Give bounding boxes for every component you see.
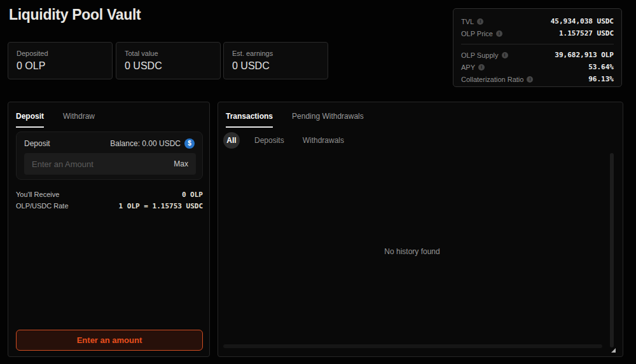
rate-row: OLP/USDC Rate 1 OLP = 1.15753 USDC — [16, 200, 203, 212]
max-button[interactable]: Max — [166, 159, 196, 168]
stat-value-collaterization: 96.13% — [588, 75, 614, 83]
vertical-scrollbar[interactable] — [610, 153, 614, 347]
deposit-input-box: Deposit Balance: 0.00 USDC Max — [16, 131, 203, 180]
card-label: Total value — [125, 50, 212, 57]
stat-value-olp-price: 1.157527 USDC — [559, 29, 614, 37]
receive-label: You'll Receive — [16, 191, 59, 198]
amount-input-wrap: Max — [24, 153, 196, 175]
balance-wrap: Balance: 0.00 USDC — [110, 138, 195, 149]
stat-row-collaterization: Collaterization Ratio 96.13% — [461, 73, 614, 85]
card-label: Deposited — [17, 50, 104, 57]
stat-label-collaterization: Collaterization Ratio — [461, 76, 533, 83]
stats-divider — [461, 44, 614, 44]
card-value: 0 USDC — [125, 60, 212, 72]
info-icon[interactable] — [527, 76, 533, 83]
stat-label-olp-supply: OLP Supply — [461, 51, 508, 59]
deposit-box-label: Deposit — [24, 139, 50, 148]
deposit-tab-row: Deposit Withdraw — [16, 111, 202, 128]
stat-label-apy: APY — [461, 64, 485, 71]
filter-all[interactable]: All — [223, 132, 240, 149]
tab-pending-withdrawals[interactable]: Pending Withdrawals — [292, 111, 364, 128]
deposit-box-head: Deposit Balance: 0.00 USDC — [24, 138, 195, 149]
usdc-token-icon — [184, 138, 195, 149]
stat-label-text: OLP Supply — [461, 51, 499, 59]
deposit-panel: Deposit Withdraw Deposit Balance: 0.00 U… — [8, 102, 210, 357]
stat-row-tvl: TVL 45,934,038 USDC — [461, 15, 614, 27]
card-value: 0 OLP — [17, 60, 104, 72]
stat-value-tvl: 45,934,038 USDC — [551, 17, 614, 25]
filter-deposits[interactable]: Deposits — [251, 136, 288, 145]
tx-tab-row: Transactions Pending Withdrawals — [226, 111, 615, 128]
stat-label-olp-price: OLP Price — [461, 30, 502, 37]
card-deposited: Deposited 0 OLP — [8, 42, 113, 79]
resize-grip-icon[interactable] — [611, 348, 616, 353]
stat-row-apy: APY 53.64% — [461, 61, 614, 73]
info-icon[interactable] — [502, 52, 508, 58]
page-title: Liquidity Pool Vault — [9, 6, 141, 24]
transactions-panel: Transactions Pending Withdrawals All Dep… — [218, 102, 623, 357]
tab-withdraw[interactable]: Withdraw — [63, 111, 95, 128]
stat-row-olp-price: OLP Price 1.157527 USDC — [461, 27, 614, 39]
vault-stats-panel: TVL 45,934,038 USDC OLP Price 1.157527 U… — [453, 8, 622, 87]
stat-label-text: TVL — [461, 18, 474, 25]
horizontal-scrollbar[interactable] — [223, 344, 602, 348]
enter-amount-button[interactable]: Enter an amount — [16, 330, 203, 351]
filter-withdrawals[interactable]: Withdrawals — [299, 136, 348, 145]
deposit-info-rows: You'll Receive 0 OLP OLP/USDC Rate 1 OLP… — [16, 189, 203, 212]
empty-state-text: No history found — [218, 247, 606, 256]
stat-label-text: APY — [461, 64, 475, 71]
card-value: 0 USDC — [232, 60, 319, 72]
stat-row-olp-supply: OLP Supply 39,682,913 OLP — [461, 49, 614, 61]
stat-label-text: Collaterization Ratio — [461, 76, 523, 83]
card-label: Est. earnings — [232, 50, 319, 57]
receive-row: You'll Receive 0 OLP — [16, 189, 203, 200]
receive-value: 0 OLP — [182, 191, 203, 199]
info-icon[interactable] — [496, 30, 502, 37]
card-total-value: Total value 0 USDC — [116, 42, 221, 79]
balance-text: Balance: 0.00 USDC — [110, 139, 181, 148]
rate-label: OLP/USDC Rate — [16, 202, 69, 210]
tx-filter-row: All Deposits Withdrawals — [223, 132, 348, 149]
info-icon[interactable] — [478, 64, 485, 71]
card-est-earnings: Est. earnings 0 USDC — [223, 42, 328, 79]
amount-input[interactable] — [24, 159, 166, 169]
tab-transactions[interactable]: Transactions — [226, 111, 273, 128]
stat-value-apy: 53.64% — [588, 63, 614, 71]
rate-value: 1 OLP = 1.15753 USDC — [119, 202, 203, 210]
tab-deposit[interactable]: Deposit — [16, 111, 44, 128]
info-icon[interactable] — [477, 18, 483, 25]
stat-label-tvl: TVL — [461, 18, 483, 25]
stat-value-olp-supply: 39,682,913 OLP — [555, 51, 614, 59]
stat-label-text: OLP Price — [461, 30, 493, 37]
